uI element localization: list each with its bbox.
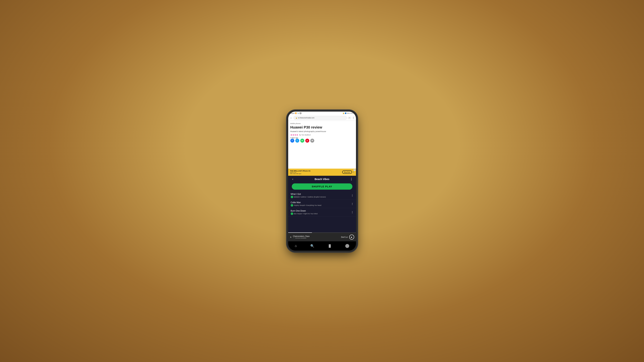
track-item: Burn One Down ↓ Ben Harper • Fight For Y… <box>288 208 356 217</box>
track-info: Collie Man ↓ Slightly Stoopid • Everythi… <box>291 201 350 207</box>
status-bar: giffgaff 📶 📡 🔲 🔔 🔵 56% 10:51 <box>288 112 356 115</box>
tabs-badge[interactable]: 7 <box>348 117 351 119</box>
ad-banner: THE BRILLIANT iPhone XS SAVE £120 Offer … <box>288 169 356 176</box>
article-content: Mobile phones Huawei P30 review Huawei's… <box>288 121 356 169</box>
nav-profile[interactable] <box>345 244 349 248</box>
spotify-playlist-title: Beach Vibes <box>295 178 349 181</box>
ad-save: SAVE £120 <box>290 172 342 173</box>
phone-device: giffgaff 📶 📡 🔲 🔔 🔵 56% 10:51 ⌂ 🔒 is://ww… <box>288 112 356 251</box>
share-email-button[interactable]: ✉ <box>310 139 314 143</box>
mini-player-play-button[interactable]: ▶ <box>349 235 354 240</box>
track-download-icon: ↓ <box>291 196 293 198</box>
spotify-nav: ⌂ 🔍 ▐▌ <box>288 241 356 251</box>
track-name: Collie Man <box>291 201 350 204</box>
nav-home[interactable]: ⌂ <box>295 244 297 248</box>
battery-label: 56% <box>347 112 350 114</box>
signal-icon: 📶 <box>295 112 297 114</box>
nav-search[interactable]: 🔍 <box>310 244 314 248</box>
wifi-icon: 📡 <box>297 112 299 114</box>
track-sub: Slightly Stoopid • Everything You Need <box>294 204 322 206</box>
notification-icon: 🔔 <box>342 112 344 114</box>
track-meta: ↓ Slightly Stoopid • Everything You Need <box>291 204 350 207</box>
share-icons: f t w p ✉ <box>290 139 354 143</box>
track-options-button[interactable]: ⋮ <box>350 202 354 205</box>
share-twitter-button[interactable]: t <box>295 139 299 143</box>
mini-player-song: Don't Le <box>341 236 348 238</box>
profile-avatar <box>345 244 349 248</box>
ad-content: THE BRILLIANT iPhone XS SAVE £120 Offer … <box>290 170 342 174</box>
nav-library[interactable]: ▐▌ <box>328 244 332 248</box>
track-sub: Sublime • Sublime (Explicit Version) <box>300 196 326 198</box>
ad-title: THE BRILLIANT iPhone XS <box>290 170 342 172</box>
home-icon: ⌂ <box>295 244 297 248</box>
spotify-section: ‹ Beach Vibes ⋮ SHUFFLE PLAY What I Got … <box>288 176 356 251</box>
share-whatsapp-button[interactable]: w <box>300 139 304 143</box>
library-icon: ▐▌ <box>328 244 332 248</box>
status-left: giffgaff 📶 📡 🔲 <box>290 112 302 114</box>
article-stars: ★★★★ <box>290 134 298 136</box>
mini-player-devices: 📱 Devices Available <box>293 237 340 239</box>
spotify-more-button[interactable]: ⋮ <box>349 178 354 181</box>
article-meta: ★★★★ By Tom Bedford <box>290 134 354 136</box>
track-download-icon: ↓ <box>291 204 293 207</box>
track-name: What I Got <box>291 193 350 195</box>
browser-section: giffgaff 📶 📡 🔲 🔔 🔵 56% 10:51 ⌂ 🔒 is://ww… <box>288 112 356 176</box>
track-options-button[interactable]: ⋮ <box>350 211 354 214</box>
mini-player-artist: Chainsmokers, Daya <box>293 235 340 237</box>
bluetooth-icon: 🔵 <box>345 112 346 114</box>
ad-buy-button[interactable]: Buy Now <box>342 170 352 174</box>
share-facebook-button[interactable]: f <box>290 139 294 143</box>
track-options-button[interactable]: ⋮ <box>350 194 354 197</box>
lock-icon: 🔒 <box>296 117 297 119</box>
article-category: Mobile phones <box>290 123 354 124</box>
article-subtitle: Huawei's latest photography powerhouse <box>290 130 354 133</box>
search-icon: 🔍 <box>310 244 314 248</box>
track-info: Burn One Down ↓ Ben Harper • Fight For Y… <box>291 210 350 215</box>
status-right: 🔔 🔵 56% 10:51 <box>342 112 354 114</box>
progress-fill <box>288 232 312 233</box>
browser-menu-button[interactable]: ⋮ <box>352 116 354 119</box>
ad-close-button[interactable]: ✕ <box>353 171 354 173</box>
browser-home-button[interactable]: ⌂ <box>290 116 292 119</box>
mini-player[interactable]: ∧ Chainsmokers, Daya 📱 Devices Available… <box>288 233 356 241</box>
ad-offer-ends: Offer ends 30th April <box>290 173 342 174</box>
progress-bar <box>288 232 356 233</box>
article-time: 3 days ago <box>290 137 354 139</box>
browser-chrome: ⌂ 🔒 is://www.techradar.com 7 ⋮ <box>288 115 356 121</box>
share-pinterest-button[interactable]: p <box>305 139 309 143</box>
cast-icon: 📱 <box>293 237 295 239</box>
track-name: Burn One Down <box>291 210 350 212</box>
track-meta: ↓ Ben Harper • Fight For Your Mind <box>291 212 350 215</box>
track-item: Collie Man ↓ Slightly Stoopid • Everythi… <box>288 200 356 208</box>
track-download-icon: ↓ <box>291 212 293 215</box>
explicit-badge: EXPLICIT <box>294 196 300 198</box>
mini-player-wrapper: ∧ Chainsmokers, Daya 📱 Devices Available… <box>288 233 356 241</box>
track-meta: ↓ EXPLICIT Sublime • Sublime (Explicit V… <box>291 196 350 198</box>
mini-player-info: Chainsmokers, Daya 📱 Devices Available <box>293 235 340 239</box>
track-list: What I Got ↓ EXPLICIT Sublime • Sublime … <box>288 191 356 233</box>
spotify-back-button[interactable]: ‹ <box>291 178 295 181</box>
article-author: By Tom Bedford <box>299 134 311 136</box>
track-item: What I Got ↓ EXPLICIT Sublime • Sublime … <box>288 191 356 200</box>
article-title: Huawei P30 review <box>290 125 354 129</box>
sim-icon: 🔲 <box>300 112 302 114</box>
url-text: is://www.techradar.com <box>298 117 314 119</box>
shuffle-play-button[interactable]: SHUFFLE PLAY <box>292 183 352 190</box>
mini-player-expand-button[interactable]: ∧ <box>290 236 292 238</box>
spotify-header: ‹ Beach Vibes ⋮ <box>288 176 356 183</box>
ad-dismiss-icon[interactable]: ✕ <box>354 169 356 171</box>
browser-url-bar[interactable]: 🔒 is://www.techradar.com <box>294 116 347 120</box>
track-sub: Ben Harper • Fight For Your Mind <box>294 213 318 215</box>
track-info: What I Got ↓ EXPLICIT Sublime • Sublime … <box>291 193 350 198</box>
